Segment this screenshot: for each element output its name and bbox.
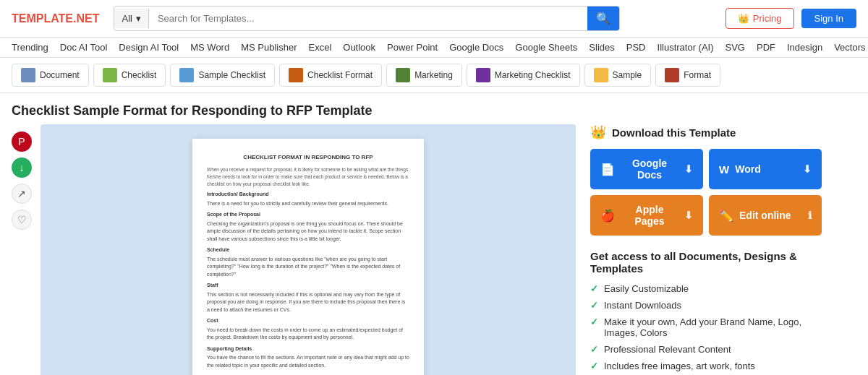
cat-label-format: Format: [684, 70, 711, 80]
access-list: ✓ Easily Customizable ✓ Instant Download…: [590, 283, 822, 375]
template-doc-supporting-heading: Supporting Details: [207, 345, 409, 353]
cat-tab-marketing[interactable]: Marketing: [386, 64, 462, 87]
nav-ms-word[interactable]: MS Word: [190, 42, 229, 53]
nav-excel[interactable]: Excel: [308, 42, 331, 53]
nav-google-docs[interactable]: Google Docs: [449, 42, 503, 53]
search-category-dropdown[interactable]: All ▾: [114, 9, 148, 28]
template-doc-cost-heading: Cost: [207, 317, 409, 325]
social-icons-panel: P ↓ ↗ ♡: [12, 132, 32, 230]
nav-illustrator[interactable]: Illustrator (AI): [658, 42, 714, 53]
template-doc-supporting-body: You have the chance to fill the sections…: [207, 354, 409, 369]
access-section: Get access to all Documents, Designs & T…: [590, 250, 822, 375]
edit-online-button[interactable]: ✏️ Edit online ℹ: [709, 195, 822, 236]
nav-slides[interactable]: Slides: [589, 42, 614, 53]
nav-bar: Trending Doc AI Tool Design AI Tool MS W…: [0, 38, 868, 58]
cat-label-marketing: Marketing: [414, 70, 453, 80]
access-item-1: Instant Downloads: [604, 300, 681, 311]
template-doc-intro-body: There is a need for you to strictly and …: [207, 200, 409, 208]
access-item-3: Professional Relevant Content: [604, 344, 731, 355]
sample-checklist-icon: [179, 68, 194, 82]
pinterest-share-button[interactable]: P: [12, 132, 32, 152]
download-buttons-grid: 📄 Google Docs ⬇ W Word ⬇ 🍎 Apple Pages ⬇: [590, 149, 822, 236]
logo[interactable]: TEMPLATE.NET: [12, 12, 99, 25]
checkmark-icon: ✓: [590, 361, 598, 371]
nav-power-point[interactable]: Power Point: [387, 42, 438, 53]
nav-pdf[interactable]: PDF: [757, 42, 775, 53]
search-button[interactable]: 🔍: [587, 7, 619, 30]
header-right: 👑 Pricing Sign In: [726, 8, 856, 29]
search-category-label: All: [122, 13, 132, 24]
cat-label-document: Document: [40, 70, 80, 80]
cat-label-sample-checklist: Sample Checklist: [198, 70, 265, 80]
edit-online-btn-left: ✏️ Edit online: [719, 209, 791, 223]
template-doc-staff-body: This section is not necessarily included…: [207, 291, 409, 314]
cat-label-checklist-format: Checklist Format: [307, 70, 373, 80]
apple-pages-icon: 🍎: [600, 209, 615, 223]
share-button[interactable]: ↗: [12, 184, 32, 204]
pricing-button[interactable]: 👑 Pricing: [726, 8, 794, 29]
nav-google-sheets[interactable]: Google Sheets: [515, 42, 577, 53]
sample-icon: [594, 68, 608, 82]
apple-pages-download-icon: ⬇: [684, 210, 693, 221]
page-title: Checklist Sample Format for Responding t…: [0, 93, 868, 124]
cat-tab-document[interactable]: Document: [12, 64, 89, 87]
logo-suffix: .NET: [73, 12, 99, 25]
cat-tab-sample-checklist[interactable]: Sample Checklist: [170, 64, 275, 87]
marketing-icon: [396, 68, 410, 82]
download-apple-pages-button[interactable]: 🍎 Apple Pages ⬇: [590, 195, 703, 236]
checkmark-icon: ✓: [590, 283, 598, 294]
marketing-checklist-icon: [476, 68, 490, 82]
format-icon: [665, 68, 679, 82]
cat-label-checklist: Checklist: [122, 70, 157, 80]
nav-psd[interactable]: PSD: [626, 42, 646, 53]
checkmark-icon: ✓: [590, 300, 598, 311]
template-doc-intro-text: When you receive a request for proposal,…: [207, 166, 409, 187]
apple-pages-btn-left: 🍎 Apple Pages: [600, 204, 678, 227]
cat-label-marketing-checklist: Marketing Checklist: [495, 70, 571, 80]
header: TEMPLATE.NET All ▾ 🔍 👑 Pricing Sign In: [0, 0, 868, 38]
access-item-0: Easily Customizable: [604, 283, 689, 294]
template-doc-staff-heading: Staff: [207, 282, 409, 290]
list-item: ✓ Make it your own, Add your Brand Name,…: [590, 316, 822, 338]
nav-svg[interactable]: SVG: [726, 42, 745, 53]
document-icon: [21, 68, 35, 82]
nav-design-ai-tool[interactable]: Design AI Tool: [119, 42, 179, 53]
signin-button[interactable]: Sign In: [801, 9, 856, 28]
word-icon: W: [719, 163, 729, 176]
crown-icon: 👑: [738, 13, 749, 24]
nav-vectors[interactable]: Vectors (EPS): [834, 42, 868, 53]
nav-ms-publisher[interactable]: MS Publisher: [241, 42, 297, 53]
cat-tab-checklist[interactable]: Checklist: [93, 64, 166, 87]
download-word-button[interactable]: W Word ⬇: [709, 149, 822, 189]
nav-indesign[interactable]: Indesign: [787, 42, 822, 53]
word-label: Word: [735, 163, 761, 175]
cat-tab-marketing-checklist[interactable]: Marketing Checklist: [467, 64, 580, 87]
access-item-2: Make it your own, Add your Brand Name, L…: [604, 316, 822, 338]
template-doc-schedule-heading: Schedule: [207, 246, 409, 254]
chevron-down-icon: ▾: [136, 13, 141, 24]
checklist-format-icon: [289, 68, 303, 82]
preview-area: P ↓ ↗ ♡ CHECKLIST FORMAT IN RESPONDING T…: [12, 124, 576, 375]
template-document: CHECKLIST FORMAT IN RESPONDING TO RFP Wh…: [192, 139, 424, 375]
list-item: ✓ Instant Downloads: [590, 300, 822, 311]
template-doc-intro-heading: Introduction/ Background: [207, 191, 409, 199]
cat-tab-sample[interactable]: Sample: [584, 64, 652, 87]
checkmark-icon: ✓: [590, 316, 598, 327]
download-header: 👑 Download this Template: [590, 124, 822, 140]
favorite-button[interactable]: ♡: [12, 210, 32, 230]
google-docs-icon: 📄: [600, 163, 615, 176]
download-header-text: Download this Template: [612, 126, 736, 139]
download-google-docs-button[interactable]: 📄 Google Docs ⬇: [590, 149, 703, 189]
cat-tab-checklist-format[interactable]: Checklist Format: [279, 64, 382, 87]
cat-label-sample: Sample: [613, 70, 642, 80]
nav-outlook[interactable]: Outlook: [343, 42, 375, 53]
checkmark-icon: ✓: [590, 344, 598, 355]
pricing-label: Pricing: [753, 13, 782, 24]
cat-tab-format[interactable]: Format: [655, 64, 720, 87]
nav-trending[interactable]: Trending: [12, 42, 48, 53]
download-button[interactable]: ↓: [12, 158, 32, 178]
template-doc-scope-body: Checking the organization's proposal is …: [207, 220, 409, 243]
search-input[interactable]: [149, 8, 588, 29]
nav-doc-ai-tool[interactable]: Doc AI Tool: [60, 42, 108, 53]
template-preview-background: CHECKLIST FORMAT IN RESPONDING TO RFP Wh…: [41, 124, 576, 375]
